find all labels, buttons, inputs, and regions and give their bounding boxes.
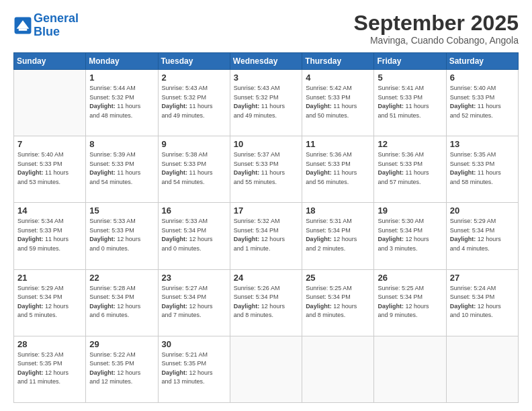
day-info: Sunrise: 5:40 AMSunset: 5:33 PMDaylight:… [17, 150, 82, 187]
day-number: 24 [234, 273, 298, 283]
col-monday: Monday [86, 53, 158, 70]
day-info: Sunrise: 5:42 AMSunset: 5:33 PMDaylight:… [306, 84, 370, 120]
day-number: 18 [306, 205, 370, 216]
day-info: Sunrise: 5:33 AMSunset: 5:34 PMDaylight:… [162, 217, 226, 253]
day-number: 3 [234, 73, 298, 83]
day-number: 8 [89, 139, 154, 149]
table-row: 17Sunrise: 5:32 AMSunset: 5:34 PMDayligh… [230, 203, 302, 269]
day-number: 21 [17, 273, 82, 283]
day-number: 30 [162, 339, 226, 349]
day-number: 19 [378, 205, 442, 216]
day-info: Sunrise: 5:43 AMSunset: 5:32 PMDaylight:… [234, 84, 298, 120]
header: General Blue September 2025 Mavinga, Cua… [13, 12, 519, 46]
col-friday: Friday [374, 53, 446, 70]
table-row: 8Sunrise: 5:39 AMSunset: 5:33 PMDaylight… [86, 136, 158, 203]
day-info: Sunrise: 5:31 AMSunset: 5:34 PMDaylight:… [306, 217, 370, 253]
day-info: Sunrise: 5:34 AMSunset: 5:33 PMDaylight:… [17, 217, 82, 253]
calendar-week-row: 28Sunrise: 5:23 AMSunset: 5:35 PMDayligh… [14, 336, 519, 402]
title-block: September 2025 Mavinga, Cuando Cobango, … [354, 12, 519, 46]
table-row [14, 70, 86, 136]
day-info: Sunrise: 5:27 AMSunset: 5:34 PMDaylight:… [162, 284, 226, 320]
day-info: Sunrise: 5:30 AMSunset: 5:34 PMDaylight:… [378, 217, 442, 253]
page: General Blue September 2025 Mavinga, Cua… [0, 0, 532, 411]
col-sunday: Sunday [14, 53, 86, 70]
table-row: 14Sunrise: 5:34 AMSunset: 5:33 PMDayligh… [14, 203, 86, 269]
table-row: 21Sunrise: 5:29 AMSunset: 5:34 PMDayligh… [14, 269, 86, 336]
logo-icon [13, 16, 32, 35]
day-info: Sunrise: 5:38 AMSunset: 5:33 PMDaylight:… [162, 150, 226, 187]
day-number: 1 [89, 73, 154, 83]
day-info: Sunrise: 5:40 AMSunset: 5:33 PMDaylight:… [450, 84, 515, 120]
day-info: Sunrise: 5:21 AMSunset: 5:35 PMDaylight:… [162, 351, 226, 387]
day-info: Sunrise: 5:36 AMSunset: 5:33 PMDaylight:… [378, 150, 442, 187]
day-number: 10 [234, 139, 298, 149]
day-number: 7 [17, 139, 82, 149]
day-number: 6 [450, 73, 515, 83]
day-number: 14 [17, 205, 82, 216]
day-number: 20 [450, 205, 515, 216]
svg-rect-2 [19, 28, 27, 30]
col-wednesday: Wednesday [230, 53, 302, 70]
day-info: Sunrise: 5:22 AMSunset: 5:35 PMDaylight:… [89, 351, 154, 387]
day-number: 16 [162, 205, 226, 216]
col-saturday: Saturday [446, 53, 518, 70]
logo-line1: General [34, 11, 79, 25]
table-row: 29Sunrise: 5:22 AMSunset: 5:35 PMDayligh… [86, 336, 158, 402]
day-number: 27 [450, 273, 515, 283]
table-row [302, 336, 374, 402]
day-number: 4 [306, 73, 370, 83]
calendar-week-row: 1Sunrise: 5:44 AMSunset: 5:32 PMDaylight… [14, 70, 519, 136]
calendar-week-row: 14Sunrise: 5:34 AMSunset: 5:33 PMDayligh… [14, 203, 519, 269]
day-info: Sunrise: 5:43 AMSunset: 5:32 PMDaylight:… [162, 84, 226, 120]
table-row: 19Sunrise: 5:30 AMSunset: 5:34 PMDayligh… [374, 203, 446, 269]
col-tuesday: Tuesday [158, 53, 230, 70]
calendar-week-row: 21Sunrise: 5:29 AMSunset: 5:34 PMDayligh… [14, 269, 519, 336]
day-info: Sunrise: 5:25 AMSunset: 5:34 PMDaylight:… [306, 284, 370, 320]
day-info: Sunrise: 5:37 AMSunset: 5:33 PMDaylight:… [234, 150, 298, 187]
day-number: 29 [89, 339, 154, 349]
day-number: 11 [306, 139, 370, 149]
day-info: Sunrise: 5:39 AMSunset: 5:33 PMDaylight:… [89, 150, 154, 187]
table-row: 2Sunrise: 5:43 AMSunset: 5:32 PMDaylight… [158, 70, 230, 136]
day-info: Sunrise: 5:26 AMSunset: 5:34 PMDaylight:… [234, 284, 298, 320]
table-row: 6Sunrise: 5:40 AMSunset: 5:33 PMDaylight… [446, 70, 518, 136]
table-row: 25Sunrise: 5:25 AMSunset: 5:34 PMDayligh… [302, 269, 374, 336]
day-number: 12 [378, 139, 442, 149]
day-number: 15 [89, 205, 154, 216]
table-row: 16Sunrise: 5:33 AMSunset: 5:34 PMDayligh… [158, 203, 230, 269]
day-number: 2 [162, 73, 226, 83]
day-number: 13 [450, 139, 515, 149]
table-row: 11Sunrise: 5:36 AMSunset: 5:33 PMDayligh… [302, 136, 374, 203]
table-row [230, 336, 302, 402]
table-row: 7Sunrise: 5:40 AMSunset: 5:33 PMDaylight… [14, 136, 86, 203]
logo-line2: Blue [34, 25, 60, 38]
table-row: 23Sunrise: 5:27 AMSunset: 5:34 PMDayligh… [158, 269, 230, 336]
day-info: Sunrise: 5:33 AMSunset: 5:33 PMDaylight:… [89, 217, 154, 253]
day-number: 17 [234, 205, 298, 216]
day-number: 26 [378, 273, 442, 283]
table-row: 22Sunrise: 5:28 AMSunset: 5:34 PMDayligh… [86, 269, 158, 336]
day-number: 5 [378, 73, 442, 83]
day-number: 25 [306, 273, 370, 283]
table-row: 18Sunrise: 5:31 AMSunset: 5:34 PMDayligh… [302, 203, 374, 269]
day-info: Sunrise: 5:29 AMSunset: 5:34 PMDaylight:… [450, 217, 515, 253]
table-row: 4Sunrise: 5:42 AMSunset: 5:33 PMDaylight… [302, 70, 374, 136]
table-row: 27Sunrise: 5:24 AMSunset: 5:34 PMDayligh… [446, 269, 518, 336]
day-info: Sunrise: 5:32 AMSunset: 5:34 PMDaylight:… [234, 217, 298, 253]
table-row: 15Sunrise: 5:33 AMSunset: 5:33 PMDayligh… [86, 203, 158, 269]
table-row: 12Sunrise: 5:36 AMSunset: 5:33 PMDayligh… [374, 136, 446, 203]
day-info: Sunrise: 5:36 AMSunset: 5:33 PMDaylight:… [306, 150, 370, 187]
day-number: 28 [17, 339, 82, 349]
location: Mavinga, Cuando Cobango, Angola [354, 35, 519, 46]
day-info: Sunrise: 5:41 AMSunset: 5:33 PMDaylight:… [378, 84, 442, 120]
table-row: 13Sunrise: 5:35 AMSunset: 5:33 PMDayligh… [446, 136, 518, 203]
calendar-week-row: 7Sunrise: 5:40 AMSunset: 5:33 PMDaylight… [14, 136, 519, 203]
table-row: 9Sunrise: 5:38 AMSunset: 5:33 PMDaylight… [158, 136, 230, 203]
table-row: 5Sunrise: 5:41 AMSunset: 5:33 PMDaylight… [374, 70, 446, 136]
month-title: September 2025 [354, 12, 519, 34]
table-row [446, 336, 518, 402]
logo-text: General Blue [34, 12, 79, 39]
table-row: 26Sunrise: 5:25 AMSunset: 5:34 PMDayligh… [374, 269, 446, 336]
day-number: 9 [162, 139, 226, 149]
logo: General Blue [13, 12, 79, 39]
